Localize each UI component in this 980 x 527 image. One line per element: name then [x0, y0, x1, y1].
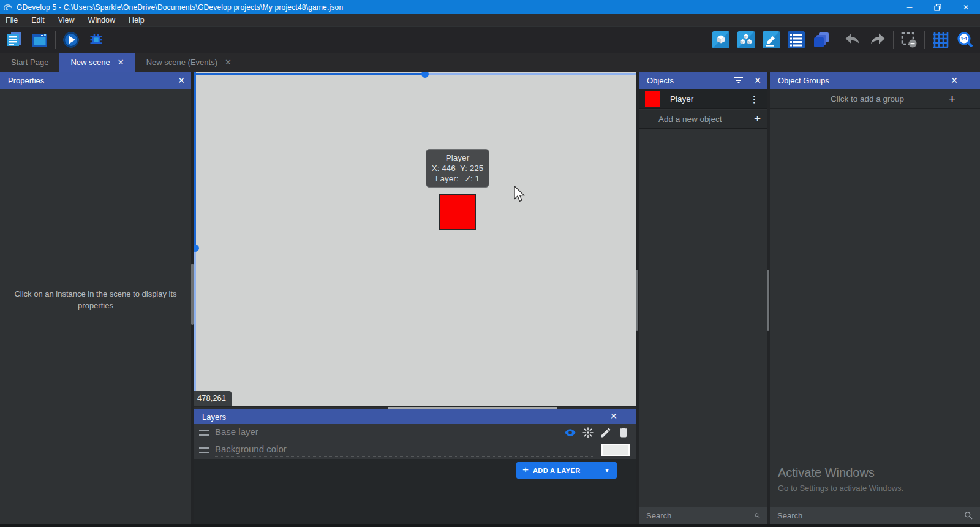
play-preview-icon[interactable]: [62, 31, 80, 48]
object-name: Player: [670, 94, 750, 104]
properties-panel-header: Properties ✕: [0, 72, 191, 89]
instances-list-icon[interactable]: [788, 31, 805, 48]
layer-row-base[interactable]: Base layer: [194, 424, 636, 441]
objects-search-input[interactable]: [639, 511, 754, 520]
filter-icon[interactable]: [734, 76, 744, 85]
svg-text:1:1: 1:1: [961, 36, 968, 42]
panel-title: Properties: [8, 76, 44, 85]
panel-title: Object Groups: [778, 76, 829, 85]
toolbar-separator: [55, 31, 56, 49]
chevron-down-icon[interactable]: ▼: [597, 468, 617, 474]
objects-panel-icon[interactable]: [712, 31, 729, 48]
debug-icon[interactable]: [88, 31, 105, 48]
properties-panel: Properties ✕ Click on an instance in the…: [0, 72, 191, 527]
close-tab-icon[interactable]: ✕: [118, 58, 124, 67]
object-thumbnail: [645, 91, 660, 107]
tab-bar: Start Page New scene ✕ New scene (Events…: [0, 53, 980, 72]
menu-file[interactable]: File: [6, 16, 18, 25]
tab-new-scene-events[interactable]: New scene (Events) ✕: [135, 53, 243, 72]
add-object-button[interactable]: Add a new object +: [639, 110, 767, 129]
layers-panel: Layers ✕ Base layer: [194, 409, 636, 527]
clear-selection-icon[interactable]: [900, 31, 918, 48]
plus-icon: +: [522, 464, 529, 476]
search-icon: [754, 510, 761, 521]
close-panel-icon[interactable]: ✕: [610, 411, 617, 421]
layers-panel-icon[interactable]: [813, 31, 830, 48]
preview-window-icon[interactable]: [31, 31, 48, 48]
search-icon: [963, 510, 974, 521]
close-tab-icon[interactable]: ✕: [225, 58, 232, 67]
game-window-border-top: [194, 73, 425, 75]
close-panel-icon[interactable]: ✕: [951, 75, 958, 85]
scene-properties-icon[interactable]: [763, 31, 780, 48]
properties-empty-hint: Click on an instance in the scene to dis…: [10, 288, 181, 311]
menu-window[interactable]: Window: [88, 16, 115, 25]
object-list-item-player[interactable]: Player ⋮: [639, 89, 767, 109]
tooltip-position: X: 446 Y: 225: [429, 163, 486, 173]
layer-visibility-icon[interactable]: [564, 427, 576, 439]
watermark-title: Activate Windows: [778, 466, 903, 480]
zoom-1-1-icon[interactable]: 1:1: [957, 31, 974, 48]
close-window-icon[interactable]: ✕: [952, 0, 980, 14]
game-window-border-top-light: [425, 73, 636, 75]
menu-edit[interactable]: Edit: [31, 16, 45, 25]
tab-label: New scene: [70, 58, 110, 67]
redo-icon[interactable]: [869, 31, 886, 48]
toolbar: 1:1: [0, 27, 980, 53]
undo-icon[interactable]: [844, 31, 861, 48]
objects-panel: Objects ✕ Player ⋮ Add a new object +: [639, 72, 767, 527]
window-resize-handle[interactable]: [421, 72, 429, 78]
add-layer-button[interactable]: + ADD A LAYER ▼: [516, 462, 617, 479]
add-layer-label: ADD A LAYER: [533, 467, 597, 474]
toolbar-separator: [893, 31, 894, 49]
layer-delete-icon[interactable]: [617, 427, 630, 439]
title-bar: GDevelop 5 - C:\Users\Sparkle\OneDrive\D…: [0, 0, 980, 14]
background-color-label: Background color: [215, 444, 595, 457]
panel-title: Layers: [202, 412, 226, 422]
game-window-border-left: [194, 72, 196, 248]
layer-edit-icon[interactable]: [600, 427, 612, 439]
tab-new-scene[interactable]: New scene ✕: [59, 53, 135, 72]
scene-canvas[interactable]: Player X: 446 Y: 225 Layer: Z: 1 478,261: [194, 72, 636, 406]
gdevelop-window: GDevelop 5 - C:\Users\Sparkle\OneDrive\D…: [0, 0, 980, 527]
tab-label: Start Page: [11, 58, 48, 67]
player-instance[interactable]: [439, 194, 476, 230]
add-object-label: Add a new object: [658, 115, 754, 124]
drag-handle-icon[interactable]: [199, 430, 209, 436]
layer-name-field[interactable]: Base layer: [215, 427, 558, 439]
scene-editor: Player X: 446 Y: 225 Layer: Z: 1 478,261…: [194, 72, 636, 527]
game-window-border-left-light: [194, 248, 196, 406]
close-panel-icon[interactable]: ✕: [178, 75, 185, 85]
menu-help[interactable]: Help: [129, 16, 145, 25]
close-panel-icon[interactable]: ✕: [754, 75, 761, 85]
scene-origin-line: [198, 72, 198, 406]
mouse-cursor: [513, 186, 525, 202]
drag-handle-icon[interactable]: [199, 447, 209, 453]
groups-search-bar: [770, 507, 980, 524]
background-color-swatch[interactable]: [601, 444, 630, 456]
activate-windows-watermark: Activate Windows Go to Settings to activ…: [778, 466, 903, 493]
panel-title: Objects: [647, 76, 674, 85]
minimize-icon[interactable]: ─: [895, 0, 924, 14]
toolbar-separator: [924, 31, 925, 49]
add-group-button[interactable]: Click to add a group +: [770, 89, 980, 109]
grid-icon[interactable]: [932, 31, 949, 48]
objects-panel-header: Objects ✕: [639, 72, 767, 89]
groups-search-input[interactable]: [770, 511, 963, 520]
gdevelop-logo-icon: [3, 3, 13, 12]
tab-label: New scene (Events): [146, 58, 217, 67]
plus-icon: +: [949, 93, 956, 106]
tab-start-page[interactable]: Start Page: [0, 53, 59, 72]
menu-view[interactable]: View: [58, 16, 75, 25]
project-manager-icon[interactable]: [6, 31, 23, 48]
object-groups-panel-icon[interactable]: [737, 31, 755, 48]
object-menu-icon[interactable]: ⋮: [750, 94, 760, 105]
restore-icon[interactable]: [924, 0, 952, 14]
cursor-coordinates: 478,261: [194, 391, 232, 406]
add-group-label: Click to add a group: [770, 94, 949, 104]
menu-bar: File Edit View Window Help: [0, 14, 980, 26]
layer-effects-icon[interactable]: [582, 427, 594, 439]
objects-search-bar: [639, 507, 767, 524]
layer-row-background[interactable]: Background color: [194, 441, 636, 458]
layers-panel-header: Layers ✕: [194, 409, 636, 424]
